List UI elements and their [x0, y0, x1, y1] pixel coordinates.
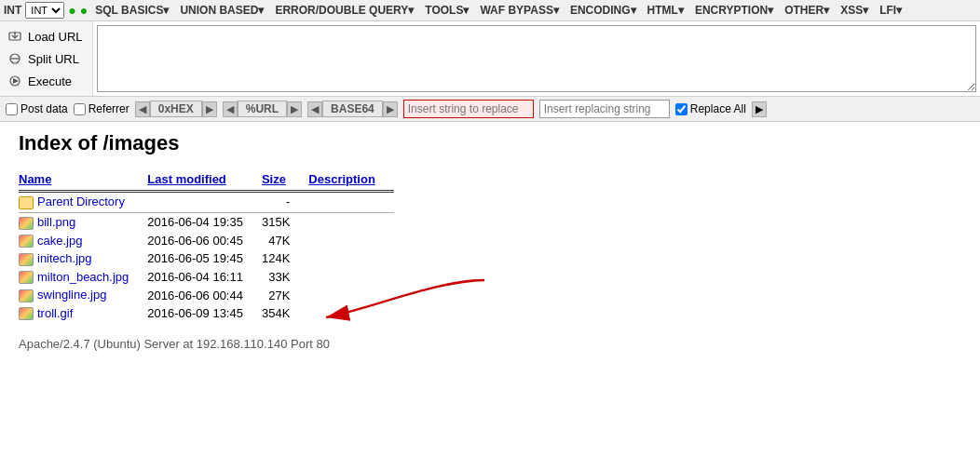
- menu-sql-basics[interactable]: SQL BASICS▾: [91, 3, 172, 18]
- file-modified: 2016-06-06 00:44: [147, 286, 262, 304]
- url-area: [93, 21, 980, 96]
- menu-xss[interactable]: XSS▾: [837, 3, 872, 18]
- menu-tools[interactable]: TOOLS▾: [421, 3, 472, 18]
- menu-html[interactable]: HTML▾: [644, 3, 687, 18]
- col-name[interactable]: Name: [19, 170, 147, 191]
- insert-string-replace-input[interactable]: [403, 100, 534, 118]
- replace-all-checkbox-label[interactable]: Replace All: [675, 102, 746, 115]
- url-arrow-left[interactable]: ◀: [223, 101, 238, 117]
- menu-waf-bypass[interactable]: WAF BYPASS▾: [476, 3, 562, 18]
- file-description: [308, 268, 394, 287]
- main-content-wrapper: Index of /images Name Last modified Size…: [0, 122, 980, 360]
- menu-union-based[interactable]: UNION BASED▾: [176, 3, 267, 18]
- replace-arrow-right[interactable]: ▶: [752, 101, 767, 117]
- table-row: milton_beach.jpg2016-06-04 16:1133K: [19, 268, 394, 287]
- file-icon: [19, 289, 34, 302]
- file-size: 47K: [262, 232, 308, 250]
- table-row: troll.gif2016-06-09 13:45354K: [19, 304, 394, 323]
- svg-marker-5: [13, 78, 19, 84]
- file-modified: 2016-06-04 16:11: [147, 268, 262, 287]
- hex-arrow-btn: ◀ 0xHEX ▶: [135, 101, 217, 117]
- base64-label: BASE64: [322, 101, 383, 117]
- table-row: cake.jpg2016-06-06 00:4547K: [19, 232, 394, 250]
- url-arrow-btn: ◀ %URL ▶: [223, 101, 302, 117]
- page-title: Index of /images: [19, 131, 961, 155]
- url-arrow-right[interactable]: ▶: [287, 101, 302, 117]
- green-dot: ●: [68, 3, 75, 18]
- col-description[interactable]: Description: [308, 170, 394, 191]
- file-size: 354K: [262, 304, 308, 323]
- file-icon: [19, 217, 34, 230]
- file-link[interactable]: initech.jpg: [37, 251, 92, 265]
- menu-other[interactable]: OTHER▾: [781, 3, 833, 18]
- parent-dir-link[interactable]: Parent Directory: [37, 195, 125, 208]
- file-modified: [147, 193, 262, 211]
- hex-arrow-right[interactable]: ▶: [202, 101, 217, 117]
- post-data-checkbox[interactable]: [6, 103, 18, 115]
- second-toolbar: Post data Referrer ◀ 0xHEX ▶ ◀ %URL ▶ ◀ …: [0, 97, 980, 122]
- col-size[interactable]: Size: [262, 170, 308, 191]
- execute-icon: [7, 74, 22, 88]
- menu-error-double[interactable]: ERROR/DOUBLE QUERY▾: [271, 3, 417, 18]
- insert-replacing-string-input[interactable]: [539, 100, 670, 118]
- file-link[interactable]: cake.jpg: [37, 234, 82, 248]
- table-row: initech.jpg2016-06-05 19:45124K: [19, 249, 394, 268]
- file-modified: 2016-06-04 19:35: [147, 213, 262, 232]
- replace-all-checkbox[interactable]: [675, 103, 687, 115]
- file-size: 33K: [262, 268, 308, 287]
- table-row: Parent Directory-: [19, 193, 394, 211]
- sidebar-item-split-url[interactable]: Split URL: [0, 47, 92, 70]
- sidebar-item-load-url[interactable]: Load URL: [0, 25, 92, 47]
- url-row: Load URL Split URL Execute: [0, 21, 980, 97]
- hex-arrow-left[interactable]: ◀: [135, 101, 150, 117]
- file-link[interactable]: troll.gif: [37, 306, 73, 320]
- menu-lfi[interactable]: LFI▾: [876, 3, 905, 18]
- file-icon: [19, 235, 34, 248]
- file-icon: [19, 253, 34, 266]
- file-size: -: [262, 193, 308, 211]
- base64-arrow-right[interactable]: ▶: [383, 101, 398, 117]
- file-description: [308, 304, 394, 323]
- menu-encryption[interactable]: ENCRYPTION▾: [691, 3, 777, 18]
- file-icon: [19, 307, 34, 320]
- referrer-checkbox[interactable]: [74, 103, 86, 115]
- file-link[interactable]: swingline.jpg: [37, 288, 106, 302]
- url-input[interactable]: [97, 25, 976, 92]
- file-size: 27K: [262, 286, 308, 304]
- base64-arrow-btn: ◀ BASE64 ▶: [307, 101, 398, 117]
- file-description: [308, 286, 394, 304]
- file-modified: 2016-06-05 19:45: [147, 249, 262, 268]
- split-icon: [7, 51, 22, 66]
- base64-arrow-left[interactable]: ◀: [307, 101, 322, 117]
- load-icon: [7, 29, 22, 44]
- referrer-checkbox-label[interactable]: Referrer: [74, 102, 129, 115]
- url-label: %URL: [238, 101, 287, 117]
- file-link[interactable]: milton_beach.jpg: [37, 270, 129, 284]
- sidebar-item-execute[interactable]: Execute: [0, 70, 92, 92]
- load-url-label: Load URL: [28, 30, 83, 44]
- top-menubar: INT INT ● ● SQL BASICS▾ UNION BASED▾ ERR…: [0, 0, 980, 21]
- menu-encoding[interactable]: ENCODING▾: [566, 3, 640, 18]
- table-row: swingline.jpg2016-06-06 00:4427K: [19, 286, 394, 304]
- green-dot2: ●: [80, 3, 88, 18]
- referrer-label: Referrer: [88, 102, 129, 115]
- split-url-label: Split URL: [28, 52, 79, 66]
- main-content: Index of /images Name Last modified Size…: [0, 122, 980, 360]
- file-description: [308, 232, 394, 250]
- int-dropdown[interactable]: INT: [25, 2, 64, 19]
- server-info: Apache/2.4.7 (Ubuntu) Server at 192.168.…: [19, 337, 961, 351]
- replace-all-label: Replace All: [690, 102, 746, 115]
- post-data-checkbox-label[interactable]: Post data: [6, 102, 68, 115]
- dir-icon: [19, 196, 34, 209]
- file-size: 315K: [262, 213, 308, 232]
- hex-label: 0xHEX: [150, 101, 202, 117]
- col-modified[interactable]: Last modified: [147, 170, 262, 191]
- file-table: Name Last modified Size Description Pare…: [19, 170, 394, 322]
- table-row: bill.png2016-06-04 19:35315K: [19, 213, 394, 232]
- file-link[interactable]: bill.png: [37, 215, 75, 229]
- sidebar: Load URL Split URL Execute: [0, 21, 93, 96]
- table-header-row: Name Last modified Size Description: [19, 170, 394, 191]
- post-data-label: Post data: [20, 102, 68, 115]
- file-description: [308, 213, 394, 232]
- file-size: 124K: [262, 249, 308, 268]
